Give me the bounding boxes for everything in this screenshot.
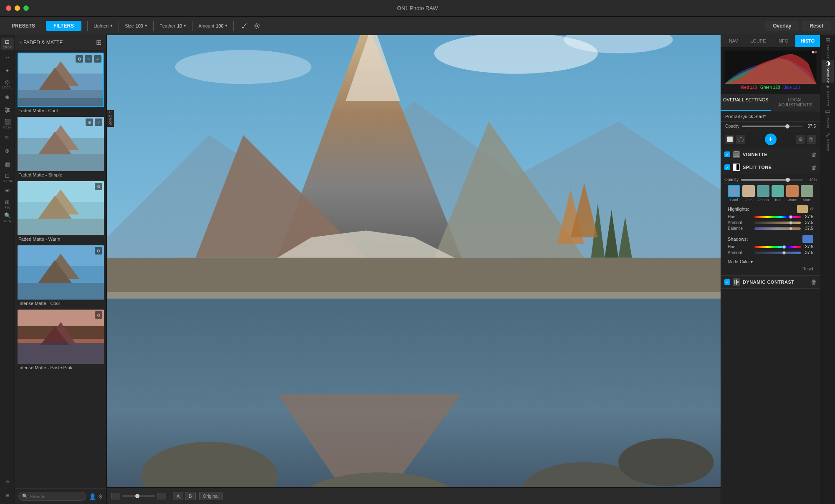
preset-check-icon-1[interactable]: ✓ [95,118,102,126]
reset-btn[interactable]: Reset [802,21,831,31]
preset-item-faded-matte-simple[interactable]: ⚙ ✓ Faded Matte - Simple [18,117,104,179]
split-preset-oats[interactable]: Oats [742,185,755,202]
preset-item-faded-matte-warm[interactable]: ⚙ Faded Matte - Warm [18,181,104,243]
layer-delete-icon[interactable]: 🗑 [807,135,816,144]
split-preset-warm[interactable]: Warm [786,185,799,202]
resize-btn[interactable]: ⤢ RESIZE [822,130,834,153]
shadows-amount-slider[interactable] [754,252,801,254]
preset-settings-icon-2[interactable]: ⚙ [95,183,102,190]
bottom-grid-icon[interactable]: ⊞ [1,489,14,501]
mode-value-btn[interactable]: Color ▾ [740,260,753,264]
preset-item-intense-matte-paste-pink[interactable]: ⚙ Intense Matte - Paste Pink [18,310,104,371]
local-adjustments-tab[interactable]: LOCAL ADJUSTMENTS [771,94,820,111]
layers-btn[interactable]: ▭ LAYERS [822,107,834,129]
highlights-swatch[interactable] [797,205,808,213]
filters-tab[interactable]: FILTERS [46,21,81,31]
main-toolbar: PRESETS FILTERS Lighten ▾ Size 100 ▾ Fea… [0,17,835,35]
split-tone-delete-icon[interactable]: 🗑 [811,164,817,171]
blend-mode-chevron[interactable]: ▾ [110,23,113,28]
ocean-label: Ocean [758,198,769,202]
effects-btn[interactable]: ✦ EFFECTS [822,83,834,106]
brush-tool[interactable]: ✏ [1,131,14,144]
split-preset-cool[interactable]: Cool [728,185,740,202]
split-preset-teal[interactable]: Teal [772,185,784,202]
size-chevron[interactable]: ▾ [145,23,147,28]
nav-tab[interactable]: NAV [721,35,746,47]
refine-tool[interactable]: ◻ REFINE [1,171,14,184]
balance-slider[interactable] [754,227,801,230]
effects-tool[interactable]: ✺ [1,91,14,103]
view-tool[interactable]: 🔍 VIEW [1,211,14,224]
view-slider[interactable] [122,495,155,497]
a-btn[interactable]: A [173,492,183,500]
histo-tab[interactable]: HISTO [795,35,820,47]
presets-back-btn[interactable]: ‹ FADED & MATTE [20,40,63,45]
eyedropper-icon[interactable] [240,21,249,30]
layer-type-icon-1[interactable]: ⬜ [725,135,734,144]
vignette-delete-icon[interactable]: 🗑 [811,151,817,158]
layer-type-icon-2[interactable]: ◯ [736,135,745,144]
dynamic-contrast-checkbox[interactable]: ✓ [724,279,730,285]
eye-tool[interactable]: 👁 [1,184,14,197]
photo-canvas[interactable]: 1 CROP [107,35,721,487]
info-tab[interactable]: INFO [771,35,795,47]
bottom-settings-icon[interactable]: ⚙ [1,476,14,488]
minimize-button[interactable] [15,5,20,11]
preset-item-faded-matte-cool[interactable]: ⚙ ☆ ✓ Faded Matte - Cool [18,53,104,114]
amount-chevron[interactable]: ▾ [225,23,228,28]
add-adjustment-btn[interactable]: + [765,134,777,145]
search-settings-icon[interactable]: ⚙ [98,493,103,500]
mask-tool[interactable]: ⬛ MASK [1,118,14,130]
develop-btn[interactable]: ◑ DEVELOP [822,60,834,83]
view-rect-btn2[interactable] [157,493,166,499]
adjust-tool[interactable] [1,104,14,117]
portrait-section-header: Portrait Quick Start* [721,111,820,122]
local-tool[interactable]: ◎ LOCAL [1,78,14,90]
original-btn[interactable]: Original [199,492,223,500]
preset-settings-icon-1[interactable]: ⚙ [86,118,93,126]
preset-star-icon[interactable]: ☆ [85,55,92,63]
highlights-hue-slider[interactable] [754,216,801,218]
highlights-reset-icon[interactable]: ↺ [810,207,813,212]
overall-settings-tab[interactable]: OVERALL SETTINGS [721,94,771,111]
shadows-swatch[interactable] [802,235,813,243]
preset-settings-icon-4[interactable]: ⚙ [95,311,102,319]
size-control: Size 100 ▾ [125,23,147,28]
split-tone-checkbox[interactable]: ✓ [724,164,730,170]
b-btn[interactable]: B [185,492,195,500]
vignette-checkbox[interactable]: ✓ [724,151,730,157]
browse-btn[interactable]: ⊞ BROWSE [822,37,834,59]
shadows-hue-slider[interactable] [754,246,801,248]
preset-settings-icon[interactable]: ⚙ [76,55,83,63]
view-rect-btn[interactable] [111,493,120,499]
reset-link[interactable]: Reset [802,267,813,271]
presets-tab[interactable]: PRESETS [4,21,43,31]
maximize-button[interactable] [23,5,29,11]
transform-tool[interactable]: ↔ [1,51,14,63]
feather-chevron[interactable]: ▾ [184,23,186,28]
presets-layout-icon[interactable]: ⊞ [96,38,101,46]
preset-item-intense-matte-cool[interactable]: ⚙ Intense Matte - Cool [18,245,104,307]
search-input[interactable] [30,494,83,499]
settings-icon[interactable] [252,21,261,30]
gradient-tool[interactable]: ▦ [1,158,14,170]
preset-settings-icon-3[interactable]: ⚙ [95,247,102,255]
person-icon[interactable]: 👤 [89,493,96,500]
preset-check-icon[interactable]: ✓ [94,55,101,63]
loupe-tab[interactable]: LOUPE [746,35,770,47]
retouch-tool[interactable]: ✦ [1,64,14,77]
split-tone-opacity-slider[interactable] [741,179,803,181]
titlebar: ON1 Photo RAW [0,0,835,17]
crop-tool[interactable]: ⊡ CROP [1,38,14,50]
effects-icon: ✺ [5,94,10,101]
clone-tool[interactable]: ⊕ [1,144,14,157]
portrait-opacity-slider[interactable] [742,126,802,127]
layer-settings-icon[interactable]: ⚙ [796,135,805,144]
highlights-amount-slider[interactable] [754,222,801,224]
close-button[interactable] [6,5,11,11]
fix-tool[interactable]: ⊞ FIX [1,198,14,210]
split-preset-more[interactable]: More [801,185,813,202]
overlay-btn[interactable]: Overlay [765,21,799,31]
split-preset-ocean[interactable]: Ocean [757,185,769,202]
dynamic-contrast-delete-icon[interactable]: 🗑 [811,279,817,285]
